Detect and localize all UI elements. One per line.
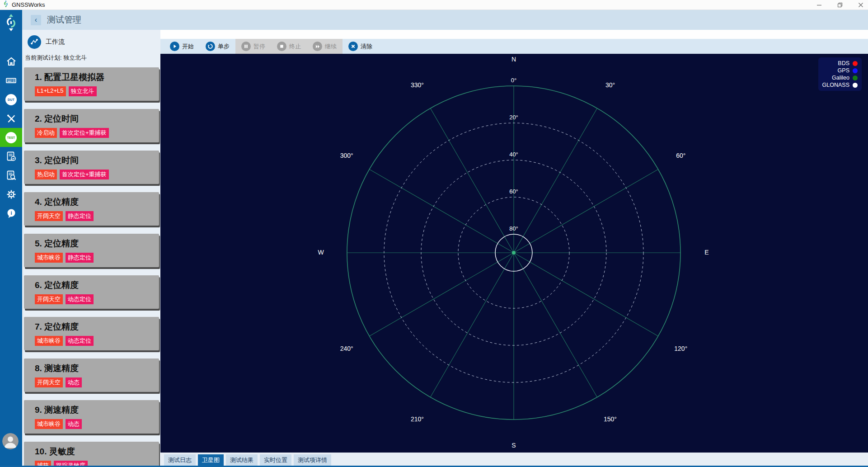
- user-avatar[interactable]: [2, 433, 19, 449]
- current-test-plan: 当前测试计划: 独立北斗: [25, 54, 160, 62]
- workflow-step-card[interactable]: 5. 定位精度城市峡谷静态定位: [24, 234, 159, 267]
- toolbar-button-label: 终止: [289, 42, 301, 51]
- step-title: 10. 灵敏度: [35, 446, 159, 458]
- sidebar-item-dut[interactable]: DUT: [0, 90, 22, 109]
- step-title: 5. 定位精度: [35, 238, 159, 250]
- tab-实时位置[interactable]: 实时位置: [260, 454, 291, 466]
- step-tags: L1+L2+L5独立北斗: [35, 86, 159, 96]
- tab-测试结果[interactable]: 测试结果: [226, 454, 258, 466]
- clear-icon: [348, 42, 358, 51]
- step-tag: 开阔天空: [35, 211, 63, 221]
- step-tag: 开阔天空: [35, 377, 63, 387]
- workflow-title: 工作流: [46, 38, 65, 46]
- legend-color-dot: [853, 68, 858, 73]
- resume-button[interactable]: 继续: [307, 39, 343, 54]
- step-tag: 城市峡谷: [35, 419, 63, 429]
- pause-icon: [241, 42, 251, 51]
- svg-text:240°: 240°: [340, 345, 353, 352]
- step-tag: 动态定位: [66, 294, 94, 304]
- step-tag: 城市峡谷: [35, 253, 63, 263]
- legend-color-dot: [853, 83, 858, 88]
- workflow-step-card[interactable]: 2. 定位时间冷启动首次定位+重捕获: [24, 109, 159, 142]
- legend-color-dot: [853, 75, 858, 80]
- svg-text:N: N: [511, 56, 516, 63]
- workflow-step-list: 1. 配置卫星模拟器L1+L2+L5独立北斗2. 定位时间冷启动首次定位+重捕获…: [22, 67, 160, 467]
- sidebar-item-about[interactable]: i: [0, 204, 22, 223]
- workflow-step-card[interactable]: 8. 测速精度开阔天空动态: [24, 359, 159, 392]
- step-tags: 城市峡谷动态: [35, 419, 159, 429]
- sidebar-item-report-review[interactable]: [0, 166, 22, 185]
- sidebar-item-test[interactable]: TEST: [0, 128, 22, 147]
- play-button[interactable]: 开始: [164, 39, 200, 54]
- minimize-button[interactable]: [816, 2, 822, 8]
- workflow-step-card[interactable]: 10. 灵敏度捕获跟踪灵敏度: [24, 442, 159, 467]
- content-spacer: [160, 30, 868, 39]
- bottom-tabbar: 测试日志卫星图测试结果实时位置测试项详情: [160, 453, 868, 467]
- step-tag: 动态定位: [66, 336, 94, 346]
- svg-text:S: S: [511, 442, 516, 449]
- step-tags: 城市峡谷静态定位: [35, 253, 159, 263]
- step-button[interactable]: 单步: [200, 39, 235, 54]
- window-title: GNSSWorks: [12, 1, 45, 8]
- legend-entry: GLONASS: [822, 81, 858, 89]
- sidebar-item-test-design[interactable]: [0, 109, 22, 128]
- workflow-step-card[interactable]: 4. 定位精度开阔天空静态定位: [24, 192, 159, 226]
- pause-button[interactable]: 暂停: [235, 39, 271, 54]
- close-button[interactable]: [858, 2, 863, 8]
- workflow-icon: [28, 35, 41, 49]
- sidebar-item-home[interactable]: [0, 52, 22, 71]
- doc-check-icon: [6, 151, 17, 162]
- workflow-step-card[interactable]: 9. 测速精度城市峡谷动态: [24, 400, 159, 434]
- step-title: 6. 定位精度: [35, 279, 159, 291]
- step-tags: 开阔天空动态定位: [35, 294, 159, 304]
- gear-icon: [6, 189, 17, 200]
- tab-卫星图[interactable]: 卫星图: [198, 454, 224, 466]
- svg-text:210°: 210°: [411, 415, 424, 423]
- sidebar: DUTTESTi: [0, 10, 22, 467]
- stop-button[interactable]: 终止: [271, 39, 307, 54]
- tab-测试日志[interactable]: 测试日志: [164, 454, 196, 466]
- svg-text:30°: 30°: [605, 81, 615, 89]
- workflow-panel: 工作流 当前测试计划: 独立北斗 1. 配置卫星模拟器L1+L2+L5独立北斗2…: [22, 30, 160, 467]
- svg-text:40°: 40°: [509, 151, 518, 158]
- workflow-step-card[interactable]: 3. 定位时间热启动首次定位+重捕获: [24, 151, 159, 184]
- step-title: 1. 配置卫星模拟器: [35, 71, 159, 83]
- legend-label: Galileo: [832, 75, 849, 81]
- skyplot-chart: N30°60°E120°150°S210°240°W300°330°0°20°4…: [160, 54, 868, 453]
- legend-color-dot: [853, 61, 858, 66]
- legend-label: GPS: [838, 67, 849, 74]
- legend-entry: Galileo: [822, 74, 858, 81]
- tab-测试项详情[interactable]: 测试项详情: [294, 454, 331, 466]
- step-tags: 冷启动首次定位+重捕获: [35, 128, 159, 138]
- sidebar-item-test-report[interactable]: [0, 147, 22, 166]
- restore-button[interactable]: [837, 2, 843, 8]
- svg-text:300°: 300°: [340, 152, 353, 159]
- svg-text:E: E: [704, 249, 708, 256]
- svg-text:80°: 80°: [509, 225, 518, 232]
- back-button[interactable]: ‹: [31, 15, 41, 25]
- test-toolbar: 开始单步暂停终止继续清除: [160, 39, 868, 54]
- workflow-step-card[interactable]: 6. 定位精度开阔天空动态定位: [24, 275, 159, 309]
- toolbar-button-label: 清除: [361, 42, 372, 51]
- step-title: 9. 测速精度: [35, 404, 159, 416]
- step-icon: [206, 42, 215, 51]
- sidebar-item-settings[interactable]: [0, 185, 22, 204]
- svg-text:120°: 120°: [674, 345, 687, 352]
- window-titlebar: GNSSWorks: [0, 0, 868, 10]
- clear-button[interactable]: 清除: [343, 39, 378, 54]
- legend-label: GLONASS: [822, 82, 849, 88]
- toolbar-button-label: 单步: [218, 42, 230, 51]
- workflow-step-card[interactable]: 1. 配置卫星模拟器L1+L2+L5独立北斗: [24, 67, 159, 101]
- page-title: 测试管理: [47, 14, 81, 26]
- toolbar-button-label: 暂停: [253, 42, 265, 51]
- step-tags: 开阔天空动态: [35, 377, 159, 387]
- step-tag: 热启动: [35, 170, 57, 179]
- sidebar-logo-icon: [3, 14, 19, 32]
- step-tags: 开阔天空静态定位: [35, 211, 159, 221]
- doc-search-icon: [6, 170, 17, 181]
- step-tags: 城市峡谷动态定位: [35, 336, 159, 346]
- legend-entry: BDS: [822, 60, 858, 67]
- workflow-step-card[interactable]: 7. 定位精度城市峡谷动态定位: [24, 317, 159, 350]
- skyplot-area: N30°60°E120°150°S210°240°W300°330°0°20°4…: [160, 54, 868, 453]
- sidebar-item-devices[interactable]: [0, 71, 22, 90]
